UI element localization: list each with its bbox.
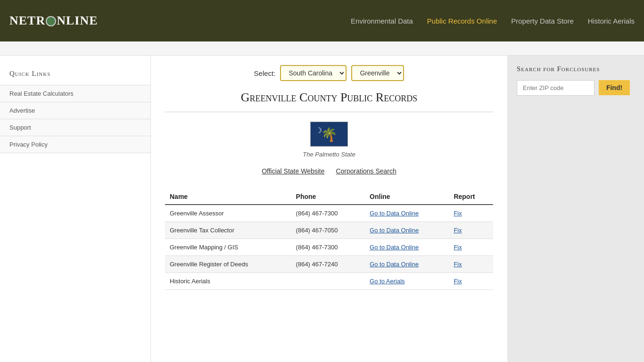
sidebar: Quick Links Real Estate Calculators Adve… <box>0 56 151 362</box>
right-panel: Search for Forclosures Find! <box>507 56 644 362</box>
state-flag-area: ☽ 🌴 The Palmetto State <box>165 122 493 158</box>
logo: NETRNLINE <box>9 14 98 27</box>
sidebar-item-advertise[interactable]: Advertise <box>0 102 150 119</box>
cell-report: Fix <box>449 256 493 273</box>
sidebar-item-real-estate-calculators[interactable]: Real Estate Calculators <box>0 85 150 102</box>
state-flag: ☽ 🌴 <box>310 122 348 147</box>
zip-input[interactable] <box>517 80 594 96</box>
table-row: Greenville Register of Deeds(864) 467-72… <box>165 256 493 273</box>
go-to-data-link[interactable]: Go to Data Online <box>370 261 419 268</box>
go-to-data-link[interactable]: Go to Data Online <box>370 227 419 234</box>
official-state-website-link[interactable]: Official State Website <box>262 167 324 175</box>
select-label: Select: <box>254 69 276 77</box>
col-header-phone: Phone <box>291 189 365 205</box>
fix-link[interactable]: Fix <box>454 261 462 268</box>
table-row: Greenville Tax Collector(864) 467-7050Go… <box>165 222 493 239</box>
sidebar-item-privacy-policy[interactable]: Privacy Policy <box>0 136 150 153</box>
fix-link[interactable]: Fix <box>454 227 462 234</box>
data-table: Name Phone Online Report Greenville Asse… <box>165 189 493 290</box>
links-row: Official State Website Corporations Sear… <box>165 167 493 175</box>
flag-palmetto-icon: 🌴 <box>321 126 338 142</box>
header: NETRNLINE Environmental Data Public Reco… <box>0 0 644 41</box>
cell-online: Go to Data Online <box>365 205 449 222</box>
state-select[interactable]: South Carolina <box>280 65 347 81</box>
nav-historic-aerials[interactable]: Historic Aerials <box>588 17 635 25</box>
col-header-name: Name <box>165 189 291 205</box>
cell-name: Historic Aerials <box>165 273 291 290</box>
go-to-data-link[interactable]: Go to Aerials <box>370 278 405 285</box>
nav-environmental-data[interactable]: Environmental Data <box>351 17 413 25</box>
cell-online: Go to Aerials <box>365 273 449 290</box>
cell-report: Fix <box>449 205 493 222</box>
cell-online: Go to Data Online <box>365 222 449 239</box>
cell-online: Go to Data Online <box>365 239 449 256</box>
cell-phone <box>291 273 365 290</box>
cell-online: Go to Data Online <box>365 256 449 273</box>
page-layout: Quick Links Real Estate Calculators Adve… <box>0 56 644 362</box>
logo-area: NETRNLINE <box>9 14 98 28</box>
cell-name: Greenville Assessor <box>165 205 291 222</box>
nav-property-data-store[interactable]: Property Data Store <box>511 17 574 25</box>
cell-name: Greenville Register of Deeds <box>165 256 291 273</box>
cell-report: Fix <box>449 222 493 239</box>
fix-link[interactable]: Fix <box>454 210 462 217</box>
select-bar: Select: South Carolina Greenville <box>165 65 493 81</box>
table-row: Greenville Mapping / GIS(864) 467-7300Go… <box>165 239 493 256</box>
nav-public-records-online[interactable]: Public Records Online <box>427 17 497 25</box>
foreclosure-title: Search for Forclosures <box>517 65 635 73</box>
sidebar-item-support[interactable]: Support <box>0 119 150 136</box>
cell-report: Fix <box>449 273 493 290</box>
table-row: Greenville Assessor(864) 467-7300Go to D… <box>165 205 493 222</box>
cell-name: Greenville Tax Collector <box>165 222 291 239</box>
table-row: Historic AerialsGo to AerialsFix <box>165 273 493 290</box>
find-button[interactable]: Find! <box>599 80 630 95</box>
sidebar-title: Quick Links <box>0 65 150 85</box>
county-select[interactable]: Greenville <box>351 65 404 81</box>
foreclosure-search-form: Find! <box>517 80 635 96</box>
logo-globe-icon <box>46 16 56 26</box>
fix-link[interactable]: Fix <box>454 244 462 251</box>
sub-header <box>0 41 644 56</box>
table-body: Greenville Assessor(864) 467-7300Go to D… <box>165 205 493 290</box>
col-header-report: Report <box>449 189 493 205</box>
state-nickname: The Palmetto State <box>165 151 493 158</box>
fix-link[interactable]: Fix <box>454 278 462 285</box>
cell-name: Greenville Mapping / GIS <box>165 239 291 256</box>
cell-phone: (864) 467-7300 <box>291 205 365 222</box>
corporations-search-link[interactable]: Corporations Search <box>336 167 396 175</box>
county-title: Greenville County Public Records <box>165 90 493 112</box>
col-header-online: Online <box>365 189 449 205</box>
go-to-data-link[interactable]: Go to Data Online <box>370 244 419 251</box>
cell-phone: (864) 467-7240 <box>291 256 365 273</box>
cell-phone: (864) 467-7300 <box>291 239 365 256</box>
cell-phone: (864) 467-7050 <box>291 222 365 239</box>
main-nav: Environmental Data Public Records Online… <box>351 17 635 25</box>
cell-report: Fix <box>449 239 493 256</box>
main-content: Select: South Carolina Greenville Greenv… <box>151 56 507 362</box>
go-to-data-link[interactable]: Go to Data Online <box>370 210 419 217</box>
